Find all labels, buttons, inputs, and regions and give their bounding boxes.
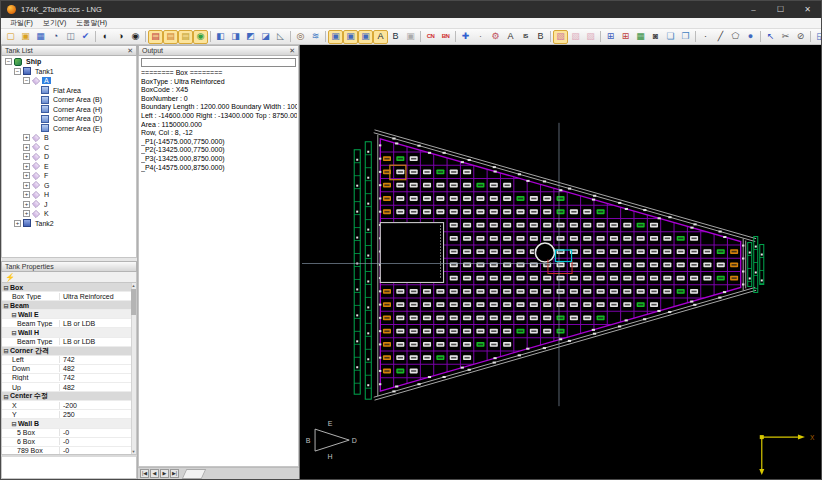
property-value[interactable]: -0 <box>60 447 136 454</box>
output-nav-button-3[interactable]: ▶| <box>170 469 179 478</box>
maximize-button[interactable]: ☐ <box>767 1 794 18</box>
scroll-thumb[interactable] <box>131 289 136 315</box>
tree-item-corner-area-e-[interactable]: Corner Area (E) <box>2 124 136 134</box>
hide-button[interactable]: ⊘ <box>793 30 808 44</box>
tree-item-c[interactable]: +C <box>2 143 136 153</box>
sphere-tool-button[interactable]: ● <box>743 30 758 44</box>
tree-expander[interactable]: + <box>23 144 30 151</box>
property-category-wall-h[interactable]: ⊟Wall H <box>2 328 136 337</box>
cube-1-button[interactable]: ◧ <box>213 30 228 44</box>
b-mode-button[interactable]: B <box>533 30 548 44</box>
tree-item-f[interactable]: +F <box>2 171 136 181</box>
collapse-icon[interactable]: ⊟ <box>2 302 10 309</box>
excel-button[interactable]: ▦ <box>633 30 648 44</box>
save-button[interactable]: ▦ <box>33 30 48 44</box>
output-tab[interactable] <box>182 469 207 479</box>
tree-expander[interactable]: + <box>14 220 21 227</box>
property-category-corner-[interactable]: ⊟Corner 간격 <box>2 347 136 356</box>
flow-button[interactable]: ≋ <box>308 30 323 44</box>
is-mode-button[interactable]: IS <box>518 30 533 44</box>
grid-red-button[interactable]: ⊞ <box>618 30 633 44</box>
label-off-button[interactable]: ▣ <box>403 30 418 44</box>
tree-item-corner-area-h-[interactable]: Corner Area (H) <box>2 105 136 115</box>
tree-item-d[interactable]: +D <box>2 152 136 162</box>
grid-button[interactable]: ⊞ <box>603 30 618 44</box>
collapse-icon[interactable]: ⊟ <box>2 284 10 291</box>
property-value[interactable]: LB or LDB <box>60 320 136 327</box>
layer-yellow-button[interactable]: ▤ <box>178 30 193 44</box>
tree-item-a[interactable]: −A <box>2 76 136 86</box>
point-button[interactable]: · <box>473 30 488 44</box>
gear-button[interactable]: ⚙ <box>488 30 503 44</box>
tree-item-tank2[interactable]: +Tank2 <box>2 219 136 229</box>
tree-item-tank1[interactable]: −Tank1 <box>2 67 136 77</box>
property-value[interactable]: LB or LDB <box>60 338 136 345</box>
orbit-center-button[interactable]: ◉ <box>128 30 143 44</box>
property-category-wall-e[interactable]: ⊟Wall E <box>2 310 136 319</box>
tree-expander[interactable]: + <box>23 182 30 189</box>
lightning-icon[interactable]: ⚡ <box>5 273 15 282</box>
cn-button[interactable]: CN <box>423 30 438 44</box>
output-nav-button-1[interactable]: ◀ <box>150 469 159 478</box>
property-value[interactable]: Ultra Reinforced <box>60 293 136 300</box>
cut-button[interactable]: ✂ <box>778 30 793 44</box>
tree-expander[interactable]: + <box>23 210 30 217</box>
collapse-icon[interactable]: ⊟ <box>10 420 18 427</box>
property-value[interactable]: 482 <box>60 384 136 391</box>
scroll-up-icon[interactable]: ▲ <box>131 283 136 288</box>
menu-view[interactable]: 보기(V) <box>38 18 71 28</box>
setsquare-button[interactable]: ◺ <box>273 30 288 44</box>
property-value[interactable]: -0 <box>60 438 136 445</box>
stack-button[interactable]: ❏ <box>663 30 678 44</box>
pink-box-button[interactable]: ▧ <box>553 30 568 44</box>
property-category-center-[interactable]: ⊟Center 수정 <box>2 392 136 401</box>
minimize-button[interactable]: – <box>740 1 767 18</box>
box-view-2-button[interactable]: ▣ <box>343 30 358 44</box>
window-single-button[interactable]: ◱ <box>813 30 821 44</box>
property-value[interactable]: 482 <box>60 365 136 372</box>
menu-file[interactable]: 파일(F) <box>5 18 38 28</box>
box-view-3-button[interactable]: ▣ <box>358 30 373 44</box>
tank-list-close-icon[interactable]: ✕ <box>127 47 133 55</box>
property-category-beam[interactable]: ⊟Beam <box>2 301 136 310</box>
tree-item-flat-area[interactable]: Flat Area <box>2 86 136 96</box>
tree-expander[interactable]: + <box>23 134 30 141</box>
a-mode-button[interactable]: A <box>503 30 518 44</box>
new-file-button[interactable]: ▢ <box>3 30 18 44</box>
jack-button[interactable]: ✚ <box>458 30 473 44</box>
check-button[interactable]: ✔ <box>78 30 93 44</box>
tree-item-j[interactable]: +J <box>2 200 136 210</box>
tree-expander[interactable]: + <box>23 163 30 170</box>
tree-expander[interactable]: + <box>23 153 30 160</box>
tree-item-e[interactable]: +E <box>2 162 136 172</box>
contour-button[interactable]: ◉ <box>193 30 208 44</box>
cube-4-button[interactable]: ◪ <box>258 30 273 44</box>
layer-red-button[interactable]: ▤ <box>148 30 163 44</box>
polygon-tool-button[interactable]: ⬠ <box>728 30 743 44</box>
copy-view-button[interactable]: ❐ <box>678 30 693 44</box>
camera-button[interactable]: ◙ <box>648 30 663 44</box>
collapse-icon[interactable]: ⊟ <box>2 393 10 400</box>
tree-item-g[interactable]: +G <box>2 181 136 191</box>
output-nav-button-2[interactable]: ▶ <box>160 469 169 478</box>
tree-item-k[interactable]: +K <box>2 209 136 219</box>
tree-expander[interactable]: − <box>5 58 12 65</box>
property-category-box[interactable]: ⊟Box <box>2 283 136 292</box>
tree-expander[interactable]: − <box>23 77 30 84</box>
collapse-icon[interactable]: ⊟ <box>2 347 10 354</box>
tree-expander[interactable]: − <box>14 68 21 75</box>
tree-item-corner-area-b-[interactable]: Corner Area (B) <box>2 95 136 105</box>
label-b-button[interactable]: B <box>388 30 403 44</box>
stopwatch-button[interactable]: ◔ <box>48 30 63 44</box>
menu-help[interactable]: 도움말(H) <box>71 18 112 28</box>
tree-item-b[interactable]: +B <box>2 133 136 143</box>
scroll-down-icon[interactable]: ▼ <box>131 449 136 454</box>
orbit-right-button[interactable]: ◑ <box>113 30 128 44</box>
cube-2-button[interactable]: ◨ <box>228 30 243 44</box>
property-category-wall-b[interactable]: ⊟Wall B <box>2 419 136 428</box>
property-value[interactable]: -0 <box>60 429 136 436</box>
report-button[interactable]: ◫ <box>63 30 78 44</box>
pink-box-2-button[interactable]: ▧ <box>568 30 583 44</box>
measure-button[interactable]: ↖ <box>763 30 778 44</box>
tree-item-corner-area-d-[interactable]: Corner Area (D) <box>2 114 136 124</box>
